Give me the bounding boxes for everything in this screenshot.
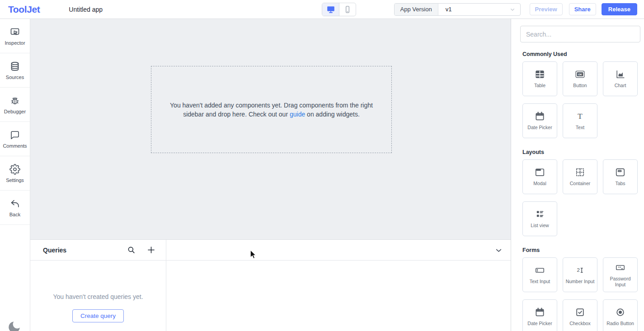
- svg-text:T: T: [578, 112, 583, 121]
- app-version-value: v1: [438, 6, 509, 13]
- sidebar-item-label: Sources: [6, 75, 24, 80]
- widget-grid: TableOKButtonChartDate PickerTText: [522, 61, 644, 138]
- sidebar-item-comments[interactable]: Comments: [0, 122, 30, 156]
- preview-button[interactable]: Preview: [530, 3, 563, 15]
- empty-message-text-after: on adding widgets.: [305, 111, 360, 118]
- search-icon[interactable]: [127, 246, 136, 254]
- widget-card-modal[interactable]: Modal: [522, 159, 557, 194]
- widget-section-heading: Commonly Used: [522, 51, 644, 57]
- widget-card-label: Password Input: [605, 276, 636, 288]
- text-input-icon: [534, 265, 545, 276]
- container-icon: [574, 167, 586, 178]
- sidebar-item-debugger[interactable]: Debugger: [0, 88, 30, 122]
- widget-card-chart[interactable]: Chart: [603, 61, 638, 96]
- sidebar-item-settings[interactable]: Settings: [0, 156, 30, 191]
- widget-card-radio-button[interactable]: Radio Button: [603, 299, 638, 331]
- widget-card-label: Button: [573, 83, 587, 89]
- desktop-icon: [326, 5, 336, 14]
- widget-card-label: Checkbox: [569, 321, 591, 326]
- create-query-button[interactable]: Create query: [72, 309, 124, 322]
- app-version-label: App Version: [395, 4, 438, 15]
- tooljet-logo[interactable]: ToolJet: [8, 4, 40, 15]
- widget-card-label: Date Picker: [527, 321, 552, 326]
- comment-icon: [9, 130, 20, 140]
- widget-card-label: Radio Button: [606, 321, 634, 326]
- canvas-empty-message: You haven't added any components yet. Dr…: [162, 101, 381, 119]
- sidebar-item-label: Settings: [6, 177, 24, 183]
- query-panel: Queries You haven't created queries yet.…: [30, 239, 511, 331]
- calendar-icon: [534, 307, 545, 318]
- topbar-actions: App Version v1 Preview Share Release: [394, 3, 644, 16]
- back-arrow-icon: [9, 198, 20, 209]
- widget-card-label: List view: [531, 223, 549, 228]
- widget-grid: Text Input2Number Input**Password InputD…: [522, 257, 644, 331]
- widget-card-label: Text: [576, 125, 584, 131]
- sidebar-item-inspector[interactable]: Inspector: [0, 19, 30, 53]
- widget-card-number-input[interactable]: 2Number Input: [563, 257, 597, 292]
- widget-card-label: Modal: [533, 181, 546, 186]
- widget-card-text[interactable]: TText: [563, 103, 597, 138]
- sidebar-item-label: Back: [9, 212, 20, 217]
- sidebar-item-label: Inspector: [5, 40, 25, 46]
- text-icon: T: [574, 111, 586, 122]
- release-button[interactable]: Release: [602, 3, 637, 15]
- sidebar-item-label: Debugger: [4, 109, 26, 114]
- plus-icon[interactable]: [146, 245, 156, 255]
- inspector-icon: [9, 27, 20, 37]
- widget-card-label: Text Input: [530, 279, 550, 284]
- widget-section-heading: Forms: [522, 247, 644, 253]
- query-panel-header: Queries: [30, 240, 511, 261]
- widget-card-text-input[interactable]: Text Input: [522, 257, 557, 292]
- guide-link[interactable]: guide: [290, 111, 305, 118]
- widget-sections: Commonly UsedTableOKButtonChartDate Pick…: [511, 51, 644, 331]
- table-icon: [534, 69, 545, 80]
- query-panel-divider: [166, 240, 166, 331]
- chart-icon: [615, 69, 626, 80]
- device-layout-toggle: [322, 3, 356, 16]
- app-version-selector[interactable]: App Version v1: [394, 3, 521, 16]
- chevron-down-icon[interactable]: [494, 246, 503, 255]
- svg-text:**: **: [618, 266, 621, 270]
- canvas-drop-zone[interactable]: You haven't added any components yet. Dr…: [151, 66, 392, 153]
- mobile-icon: [343, 5, 352, 14]
- sidebar-item-label: Comments: [3, 143, 27, 149]
- widget-card-button[interactable]: OKButton: [563, 61, 597, 96]
- share-button[interactable]: Share: [569, 3, 596, 15]
- widget-section-heading: Layouts: [522, 149, 644, 155]
- number-input-icon: 2: [574, 265, 586, 276]
- mobile-layout-button[interactable]: [339, 3, 356, 16]
- desktop-layout-button[interactable]: [322, 3, 339, 16]
- widget-card-date-picker[interactable]: Date Picker: [522, 103, 557, 138]
- widget-card-tabs[interactable]: Tabs: [603, 159, 638, 194]
- moon-icon[interactable]: [7, 320, 22, 331]
- widget-section-forms: FormsText Input2Number Input**Password I…: [522, 247, 644, 331]
- gear-icon: [9, 164, 20, 175]
- widget-card-label: Table: [534, 83, 545, 89]
- svg-text:2: 2: [577, 268, 580, 273]
- left-sidebar-items: InspectorSourcesDebuggerCommentsSettings…: [0, 19, 30, 225]
- app-title[interactable]: Untitled app: [69, 6, 103, 13]
- widget-card-table[interactable]: Table: [522, 61, 557, 96]
- tabs-icon: [615, 167, 626, 178]
- widget-grid: ModalContainerTabsList view: [522, 159, 644, 236]
- widget-section-commonly-used: Commonly UsedTableOKButtonChartDate Pick…: [522, 51, 644, 138]
- widget-card-list-view[interactable]: List view: [522, 201, 557, 236]
- sidebar-item-back[interactable]: Back: [0, 191, 30, 225]
- widget-section-layouts: LayoutsModalContainerTabsList view: [522, 149, 644, 236]
- list-view-icon: [534, 209, 545, 220]
- radio-icon: [615, 307, 626, 318]
- button-ok-icon: OK: [574, 69, 586, 80]
- password-input-icon: **: [615, 262, 626, 273]
- widget-card-checkbox[interactable]: Checkbox: [563, 299, 597, 331]
- queries-title: Queries: [43, 247, 66, 254]
- widget-card-date-picker[interactable]: Date Picker: [522, 299, 557, 331]
- widget-card-password-input[interactable]: **Password Input: [603, 257, 638, 292]
- checkbox-icon: [574, 307, 586, 318]
- chevron-down-icon: [509, 6, 516, 13]
- widget-search-input[interactable]: [520, 26, 640, 42]
- query-empty-message: You haven't created queries yet.: [53, 293, 143, 300]
- widget-card-container[interactable]: Container: [563, 159, 597, 194]
- modal-icon: [534, 167, 545, 178]
- sidebar-item-sources[interactable]: Sources: [0, 53, 30, 88]
- app-canvas[interactable]: You haven't added any components yet. Dr…: [30, 19, 511, 239]
